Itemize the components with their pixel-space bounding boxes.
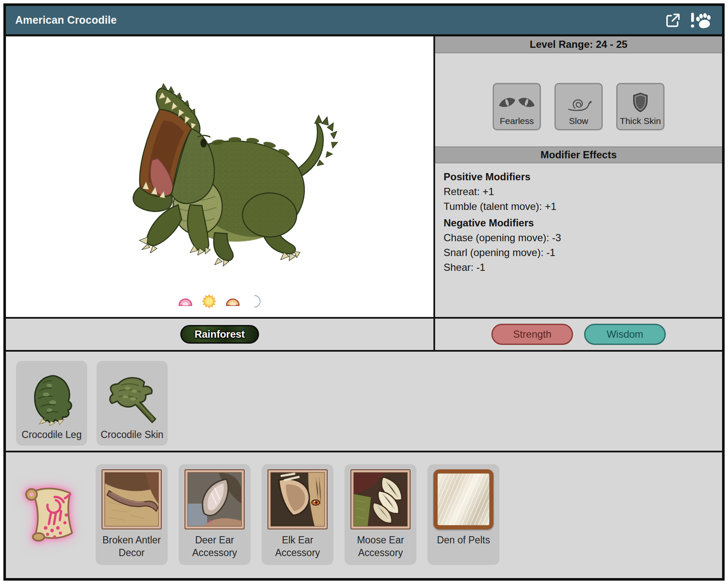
modifier-line: Chase (opening move): -3 — [444, 231, 714, 244]
item-frame — [267, 469, 328, 529]
drop-item-label: Crocodile Leg — [22, 429, 82, 441]
trait-slow[interactable]: Slow — [554, 83, 603, 130]
broken-antler-image — [105, 473, 158, 526]
stats-panel: Level Range: 24 - 25 Fearless — [435, 36, 722, 317]
main-content: Level Range: 24 - 25 Fearless — [6, 36, 722, 317]
traits-panel: Fearless Slow — [435, 53, 722, 146]
recipe-scroll-icon[interactable] — [19, 483, 83, 547]
negative-modifiers-title: Negative Modifiers — [444, 216, 714, 229]
level-range-bar: Level Range: 24 - 25 — [435, 36, 722, 53]
wisdom-button[interactable]: Wisdom — [584, 324, 666, 345]
creature-illustration — [88, 70, 351, 317]
modifier-line: Tumble (talent move): +1 — [444, 200, 714, 213]
elk-ear-image — [271, 473, 324, 526]
trait-fearless[interactable]: Fearless — [493, 83, 541, 130]
item-frame — [350, 469, 411, 529]
habitat-button[interactable]: Rainforest — [180, 325, 259, 344]
item-frame — [102, 469, 162, 529]
trait-label: Thick Skin — [620, 116, 661, 126]
title-bar: American Crocodile — [6, 6, 722, 36]
deer-ear-image — [188, 473, 241, 526]
modifier-line: Shear: -1 — [444, 261, 714, 274]
habitat-attributes-row: Rainforest Strength Wisdom — [6, 317, 722, 352]
recipes-section: Broken Antler Decor — [6, 452, 722, 578]
drop-item-crocodile-skin[interactable]: Crocodile Skin — [97, 361, 168, 446]
drops-section: Crocodile Leg Crocodile Skin — [6, 352, 722, 452]
recipe-item-label: Deer Ear Accessory — [179, 534, 251, 559]
app-window: American Crocodile — [0, 0, 728, 584]
snail-icon — [565, 91, 592, 114]
modifier-effects-bar: Modifier Effects — [435, 146, 722, 163]
creature-panel — [6, 36, 435, 317]
recipe-item-den-of-pelts[interactable]: Den of Pelts — [427, 464, 499, 565]
shield-icon — [631, 91, 650, 114]
trait-thick-skin[interactable]: Thick Skin — [616, 83, 665, 130]
trait-label: Slow — [569, 116, 588, 126]
recipe-item-label: Den of Pelts — [435, 534, 491, 546]
modifier-effects-panel: Positive Modifiers Retreat: +1 Tumble (t… — [435, 163, 722, 317]
dawn-icon — [176, 296, 194, 309]
recipe-item-moose-ear-accessory[interactable]: Moose Ear Accessory — [345, 464, 416, 565]
strength-button[interactable]: Strength — [491, 324, 573, 345]
title-bar-actions — [665, 12, 712, 29]
crocodile-leg-image — [24, 370, 80, 426]
item-frame-branch — [433, 469, 494, 529]
habitat-cell: Rainforest — [6, 319, 435, 350]
modifier-line: Snarl (opening move): -1 — [444, 246, 714, 259]
moose-ear-image — [354, 473, 407, 526]
drop-item-crocodile-leg[interactable]: Crocodile Leg — [16, 361, 87, 446]
recipe-item-deer-ear-accessory[interactable]: Deer Ear Accessory — [179, 464, 251, 565]
recipe-item-label: Broken Antler Decor — [96, 534, 168, 559]
item-frame — [185, 469, 245, 529]
night-icon — [249, 295, 263, 310]
page-title: American Crocodile — [15, 14, 665, 26]
positive-modifiers-title: Positive Modifiers — [444, 170, 714, 183]
paw-alert-icon[interactable] — [690, 12, 712, 29]
dusk-icon — [224, 296, 242, 309]
external-link-icon[interactable] — [665, 12, 681, 29]
drop-item-label: Crocodile Skin — [101, 429, 163, 441]
recipe-item-broken-antler-decor[interactable]: Broken Antler Decor — [96, 464, 168, 565]
cat-eyes-icon — [497, 91, 536, 114]
recipe-item-label: Elk Ear Accessory — [262, 534, 334, 559]
trait-label: Fearless — [500, 116, 534, 126]
modifier-line: Retreat: +1 — [444, 185, 714, 198]
recipe-item-label: Moose Ear Accessory — [345, 534, 416, 559]
recipe-item-elk-ear-accessory[interactable]: Elk Ear Accessory — [262, 464, 334, 565]
day-icon — [202, 294, 216, 310]
creature-detail-page: American Crocodile — [3, 3, 725, 581]
den-of-pelts-image — [438, 474, 489, 525]
time-of-day-row — [6, 294, 433, 310]
attributes-cell: Strength Wisdom — [435, 319, 722, 350]
crocodile-skin-image — [104, 370, 160, 426]
